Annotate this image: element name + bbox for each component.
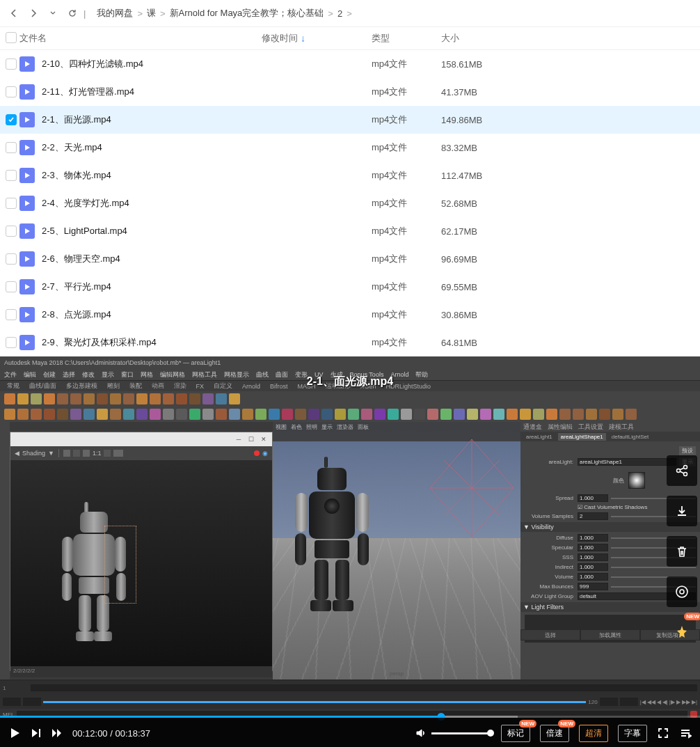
column-header-type[interactable]: 类型 [372, 32, 441, 45]
row-checkbox[interactable] [6, 309, 17, 320]
file-size: 64.81MB [441, 338, 700, 348]
table-row[interactable]: 2-6、物理天空.mp4mp4文件96.69MB [0, 245, 700, 273]
minimize-icon: ─ [233, 434, 244, 444]
nav-back-button[interactable] [6, 5, 22, 22]
video-file-icon [19, 84, 35, 100]
row-checkbox[interactable] [6, 170, 17, 181]
table-row[interactable]: 2-9、聚光灯及体积采样.mp4mp4文件64.81MB [0, 329, 700, 356]
fullscreen-button[interactable] [657, 727, 669, 739]
playlist-button[interactable] [679, 727, 692, 739]
file-name: 2-5、LightPortal.mp4 [42, 225, 262, 237]
table-row[interactable]: 2-7、平行光.mp4mp4文件69.55MB [0, 273, 700, 301]
file-size: 30.86MB [441, 310, 700, 320]
subtitle-button[interactable]: 字幕 [618, 725, 647, 742]
close-icon: ✕ [258, 434, 269, 444]
shelf-icon [427, 409, 438, 420]
shelf-icon [242, 409, 253, 420]
shelf-icon [308, 409, 319, 420]
settings-button[interactable] [667, 576, 697, 607]
node-name-field: areaLightShape1 [578, 458, 676, 466]
row-checkbox[interactable] [6, 58, 17, 70]
column-header-size[interactable]: 大小 [441, 32, 700, 45]
chevron-right-icon: > [160, 8, 166, 19]
maya-main-area: ─ ☐ ✕ ◀Shading▼ 1:1 ◉ [0, 422, 700, 679]
shelf-icon [136, 409, 148, 420]
video-file-icon [19, 307, 35, 322]
pin-button[interactable]: NEW [667, 617, 697, 647]
file-list: 2-10、四种灯光滤镜.mp4mp4文件158.61MB2-11、灯光管理器.m… [0, 50, 700, 356]
shelf-icon [44, 409, 55, 420]
table-row[interactable]: 2-10、四种灯光滤镜.mp4mp4文件158.61MB [0, 50, 700, 78]
column-header-time[interactable]: 修改时间↓ [262, 32, 372, 45]
shelf-icon [97, 393, 108, 404]
preset-button: 预设 [679, 446, 696, 455]
table-row[interactable]: 2-11、灯光管理器.mp4mp4文件41.37MB [0, 78, 700, 106]
shelf-icon [493, 409, 504, 420]
mark-button[interactable]: 标记NEW [501, 725, 530, 742]
table-row[interactable]: 2-4、光度学灯光.mp4mp4文件52.68MB [0, 189, 700, 217]
file-name: 2-11、灯光管理器.mp4 [42, 86, 262, 98]
table-row[interactable]: 2-3、物体光.mp4mp4文件112.47MB [0, 162, 700, 189]
shelf-icon [44, 393, 55, 404]
shelf-icon [573, 409, 584, 420]
row-checkbox[interactable] [6, 114, 17, 125]
maya-viewport-right: 视图着色照明显示渲染器面板 [273, 422, 520, 679]
play-button[interactable] [8, 727, 21, 739]
video-player: 2-1、面光源.mp4 Autodesk Maya 2018 C:\Users\… [0, 356, 700, 747]
shelf-icon [57, 393, 68, 404]
row-checkbox[interactable] [6, 142, 17, 153]
delete-button[interactable] [667, 536, 697, 567]
shelf-icon [150, 409, 161, 420]
quality-button[interactable]: 超清 [579, 725, 608, 742]
row-checkbox[interactable] [6, 281, 17, 292]
table-row[interactable]: 2-2、天光.mp4mp4文件83.32MB [0, 134, 700, 162]
maya-titlebar: Autodesk Maya 2018 C:\Users\Administrato… [0, 356, 700, 369]
file-type: mp4文件 [372, 253, 441, 265]
shelf-icon [97, 409, 108, 420]
nav-forward-button[interactable] [25, 5, 42, 22]
shelf-icon [546, 409, 557, 420]
row-checkbox[interactable] [6, 198, 17, 209]
nav-dropdown-button[interactable] [45, 5, 61, 22]
shelf-icon [520, 409, 531, 420]
volume-icon [415, 727, 427, 739]
shelf-icon [626, 409, 637, 420]
table-row[interactable]: 2-5、LightPortal.mp4mp4文件62.17MB [0, 217, 700, 245]
video-file-icon [19, 56, 35, 72]
shelf-icon [216, 409, 227, 420]
shelf-icon [176, 409, 187, 420]
shelf-icon [163, 393, 174, 404]
viewport-menubar: 视图着色照明显示渲染器面板 [273, 422, 520, 432]
video-side-toolbar: NEW [667, 455, 697, 647]
column-header-name[interactable]: 文件名 [19, 32, 262, 45]
row-checkbox[interactable] [6, 226, 17, 237]
table-row[interactable]: 2-1、面光源.mp4mp4文件149.86MB [0, 106, 700, 134]
speed-button[interactable]: 倍速NEW [540, 725, 569, 742]
skip-button[interactable] [51, 728, 63, 739]
next-button[interactable] [31, 728, 42, 739]
breadcrumb-item[interactable]: 2 [337, 8, 342, 19]
shelf-icon [348, 409, 359, 420]
breadcrumb-item[interactable]: 新Arnold for Maya完全教学；核心基础 [170, 7, 324, 19]
file-name: 2-8、点光源.mp4 [42, 308, 262, 321]
shelf-icon [110, 409, 121, 420]
breadcrumb-root[interactable]: 我的网盘 [97, 7, 133, 19]
volume-slider[interactable] [431, 732, 491, 734]
viewport-camera-label: persp [390, 670, 404, 677]
volume-control[interactable] [415, 727, 491, 739]
row-checkbox[interactable] [6, 337, 17, 348]
table-row[interactable]: 2-8、点光源.mp4mp4文件30.86MB [0, 301, 700, 329]
row-checkbox[interactable] [6, 253, 17, 265]
file-type: mp4文件 [372, 113, 441, 126]
breadcrumb-item[interactable]: 课 [147, 7, 156, 19]
shelf-icon [480, 409, 491, 420]
row-checkbox[interactable] [6, 86, 17, 97]
shelf-icon [507, 409, 518, 420]
shelf-icon [255, 409, 267, 420]
share-button[interactable] [667, 455, 697, 486]
download-button[interactable] [667, 496, 697, 526]
select-all-checkbox[interactable] [6, 32, 17, 43]
shelf-icon [163, 409, 174, 420]
shelf-icon [70, 409, 81, 420]
nav-refresh-button[interactable] [64, 5, 81, 22]
